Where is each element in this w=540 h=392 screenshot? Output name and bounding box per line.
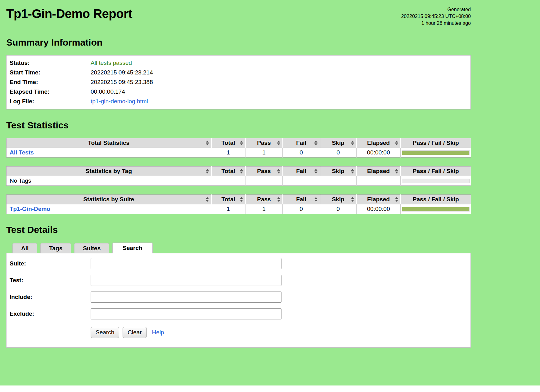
sort-icon[interactable]: [206, 141, 209, 145]
log-file-link[interactable]: tp1-gin-demo-log.html: [91, 98, 148, 105]
header-fail[interactable]: Fail: [283, 195, 320, 204]
sort-icon[interactable]: [277, 197, 280, 202]
sort-icon[interactable]: [395, 169, 398, 174]
pass-count: 1: [245, 204, 283, 214]
pass-bar-fill: [402, 207, 469, 211]
sort-icon[interactable]: [314, 197, 317, 202]
statistics-by-suite-table: Statistics by Suite Total Pass Fail Skip: [6, 194, 471, 214]
header-elapsed[interactable]: Elapsed: [357, 167, 401, 176]
clear-button[interactable]: Clear: [123, 327, 146, 338]
elapsed-value: [357, 176, 401, 186]
tab-search[interactable]: Search: [112, 243, 152, 253]
help-link[interactable]: Help: [152, 329, 164, 336]
search-button[interactable]: Search: [91, 327, 119, 338]
summary-row-log-file: Log File: tp1-gin-demo-log.html: [7, 96, 470, 106]
suite-field-label: Suite:: [10, 260, 91, 267]
generated-label: Generated: [401, 6, 471, 13]
skip-count: 0: [320, 204, 357, 214]
column-title: Pass / Fail / Skip: [413, 140, 459, 146]
exclude-field-row: Exclude:: [10, 308, 467, 319]
header-statistics-by-suite[interactable]: Statistics by Suite: [7, 195, 211, 204]
page-title: Tp1-Gin-Demo Report: [6, 5, 132, 21]
header-pass[interactable]: Pass: [245, 167, 283, 176]
exclude-input[interactable]: [91, 308, 281, 319]
sort-icon[interactable]: [277, 141, 280, 145]
sort-icon[interactable]: [314, 169, 317, 174]
test-field-row: Test:: [10, 275, 467, 286]
header-statistics-by-tag[interactable]: Statistics by Tag: [7, 167, 211, 176]
header-fail[interactable]: Fail: [283, 167, 320, 176]
suite-link[interactable]: Tp1-Gin-Demo: [10, 206, 50, 212]
pass-fail-skip-bar: [402, 150, 470, 155]
column-title: Total: [222, 168, 235, 174]
header-total[interactable]: Total: [211, 138, 245, 148]
table-row: Tp1-Gin-Demo 1 1 0 0 00:00:00: [7, 204, 471, 214]
header-skip[interactable]: Skip: [320, 167, 357, 176]
sort-icon[interactable]: [351, 169, 354, 174]
elapsed-value: 00:00:00: [357, 204, 401, 214]
search-buttons-row: Search Clear Help: [91, 327, 467, 338]
sort-icon[interactable]: [351, 141, 354, 145]
sort-icon[interactable]: [395, 141, 398, 145]
all-tests-link[interactable]: All Tests: [10, 149, 34, 156]
table-row: No Tags: [7, 176, 471, 186]
header-elapsed[interactable]: Elapsed: [357, 195, 401, 204]
sort-icon[interactable]: [314, 141, 317, 145]
header-skip[interactable]: Skip: [320, 195, 357, 204]
sort-icon[interactable]: [351, 197, 354, 202]
header-elapsed[interactable]: Elapsed: [357, 138, 401, 148]
header-pass-fail-skip[interactable]: Pass / Fail / Skip: [401, 195, 471, 204]
column-title: Statistics by Suite: [83, 196, 134, 203]
tab-all[interactable]: All: [12, 243, 37, 253]
column-title: Total Statistics: [88, 140, 129, 146]
tab-suites[interactable]: Suites: [74, 243, 109, 253]
pass-bar-fill: [402, 151, 469, 155]
report-page: Tp1-Gin-Demo Report Generated 20220215 0…: [0, 0, 540, 385]
statistics-by-tag-table: Statistics by Tag Total Pass Fail Skip: [6, 166, 471, 186]
sort-icon[interactable]: [240, 141, 243, 145]
end-time-label: End Time:: [7, 77, 91, 87]
generated-info: Generated 20220215 09:45:23 UTC+08:00 1 …: [401, 5, 471, 27]
pass-fail-skip-bar: [402, 179, 470, 183]
header-pass[interactable]: Pass: [245, 195, 283, 204]
suite-input[interactable]: [91, 258, 281, 269]
header-total-statistics[interactable]: Total Statistics: [7, 138, 211, 148]
sort-icon[interactable]: [277, 169, 280, 174]
header-pass-fail-skip[interactable]: Pass / Fail / Skip: [401, 167, 471, 176]
include-input[interactable]: [91, 292, 281, 303]
total-statistics-table: Total Statistics Total Pass Fail Skip: [6, 138, 471, 158]
column-title: Skip: [332, 168, 344, 174]
summary-row-end-time: End Time: 20220215 09:45:23.388: [7, 77, 470, 87]
column-title: Statistics by Tag: [85, 168, 132, 174]
column-title: Pass: [257, 196, 271, 203]
tab-tags[interactable]: Tags: [40, 243, 71, 253]
sort-icon[interactable]: [240, 197, 243, 202]
column-title: Fail: [296, 168, 306, 174]
sort-icon[interactable]: [206, 197, 209, 202]
include-field-label: Include:: [10, 294, 91, 301]
total-count: 1: [211, 204, 245, 214]
column-title: Fail: [296, 140, 306, 146]
test-field-label: Test:: [10, 277, 91, 284]
elapsed-time-value: 00:00:00.174: [91, 87, 125, 96]
fail-count: 0: [283, 204, 320, 214]
header-total[interactable]: Total: [211, 167, 245, 176]
sort-icon[interactable]: [395, 197, 398, 202]
statistics-heading: Test Statistics: [6, 120, 471, 131]
sort-icon[interactable]: [240, 169, 243, 174]
column-title: Total: [222, 140, 235, 146]
header-fail[interactable]: Fail: [283, 138, 320, 148]
header-skip[interactable]: Skip: [320, 138, 357, 148]
column-title: Pass / Fail / Skip: [413, 196, 459, 203]
generated-ago: 1 hour 28 minutes ago: [401, 20, 471, 27]
fail-count: [283, 176, 320, 186]
log-file-label: Log File:: [7, 96, 91, 106]
header-pass[interactable]: Pass: [245, 138, 283, 148]
column-title: Pass / Fail / Skip: [413, 168, 459, 174]
header-total[interactable]: Total: [211, 195, 245, 204]
elapsed-time-label: Elapsed Time:: [7, 87, 91, 96]
header-pass-fail-skip[interactable]: Pass / Fail / Skip: [401, 138, 471, 148]
details-tab-bar: All Tags Suites Search: [12, 243, 471, 253]
test-input[interactable]: [91, 275, 281, 286]
sort-icon[interactable]: [206, 169, 209, 174]
